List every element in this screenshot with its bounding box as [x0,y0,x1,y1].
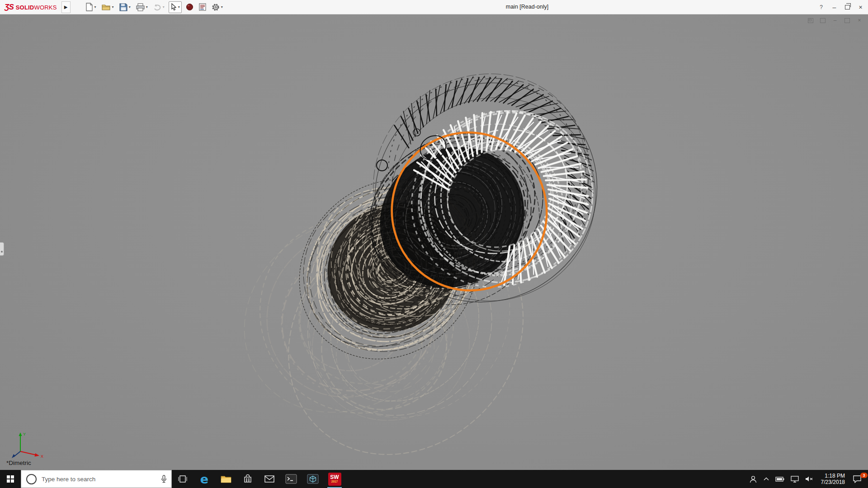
restore-icon [845,5,850,9]
solidworks-logo-mark: ƷS [5,3,14,12]
doc-split-button[interactable] [819,17,827,24]
help-button[interactable]: ? [815,0,828,14]
titlebar: ƷS SOLIDWORKS ▶ ▾ ▾ ▾ ▾ [0,0,868,14]
screen: ƷS SOLIDWORKS ▶ ▾ ▾ ▾ ▾ [0,0,868,488]
display-icon [791,476,799,483]
flyout-arrow-icon: ▶ [64,5,68,9]
action-center-button[interactable]: 3 [849,470,868,488]
people-button[interactable] [746,470,760,488]
new-document-caret-icon: ▾ [94,5,96,9]
select-caret-icon: ▾ [178,5,180,9]
undo-icon [153,4,161,11]
task-view-button[interactable] [172,470,193,488]
doc-minimize-button[interactable]: – [831,17,839,24]
triad-x-label: X [41,454,43,459]
display-pane-button[interactable] [198,1,208,13]
store-button[interactable] [237,470,259,488]
hidden-icons-button[interactable] [760,470,772,488]
document-window-controls: – × [807,17,863,24]
open-caret-icon: ▾ [112,5,114,9]
taskbar: e SW 2017 [0,470,868,488]
doc-pane-button[interactable] [807,17,815,24]
options-button[interactable]: ▾ [210,1,224,13]
search-input[interactable] [41,475,156,483]
battery-button[interactable] [772,470,788,488]
select-cursor-icon [170,3,177,11]
microphone-icon[interactable] [161,475,167,483]
command-prompt-button[interactable] [280,470,302,488]
new-document-button[interactable]: ▾ [84,1,98,13]
volume-button[interactable] [802,470,816,488]
undo-caret-icon: ▾ [163,5,165,9]
solidworks-2017-icon: SW 2017 [328,473,341,486]
view-orientation-label: *Dimetric [6,460,31,466]
settings-gear-icon [212,3,220,11]
print-icon [136,3,145,11]
restore-button[interactable] [841,0,854,14]
appearance-button[interactable] [184,1,195,13]
brand-text-solid: SOLID [16,4,34,11]
select-tool-button[interactable]: ▾ [169,1,182,13]
doc-restore-icon [844,18,850,23]
new-document-icon [85,3,93,11]
model-viewer-button[interactable] [302,470,324,488]
brand-text-works: WORKS [34,4,57,11]
mail-icon [264,475,274,483]
save-button[interactable]: ▾ [118,1,132,13]
store-icon [243,474,252,483]
menu-flyout-arrow[interactable]: ▶ [61,1,71,13]
options-caret-icon: ▾ [221,5,223,9]
orientation-triad: Y X [8,430,49,461]
window-controls: ? – × [815,0,867,14]
clock-time: 1:18 PM [825,473,845,479]
model-viewer-icon [307,474,319,484]
close-button[interactable]: × [854,0,867,14]
volume-muted-icon [805,476,813,482]
clock[interactable]: 1:18 PM 7/23/2018 [816,470,849,488]
quick-access-toolbar: ▾ ▾ ▾ ▾ ▾ ▾ [84,1,224,13]
appearance-sphere-icon [186,3,193,11]
minimize-button[interactable]: – [828,0,841,14]
solidworks-taskbar-button[interactable]: SW 2017 [324,470,345,488]
clock-date: 7/23/2018 [821,479,845,485]
people-icon [749,475,757,483]
command-prompt-icon [285,474,297,484]
start-button[interactable] [0,470,21,488]
graphics-viewport[interactable]: – × Y X *Dimetric [0,14,868,470]
open-folder-icon [102,3,111,11]
doc-close-button[interactable]: × [855,17,863,24]
display-button[interactable] [788,470,802,488]
edge-icon: e [200,473,208,485]
triad-y-label: Y [23,432,26,436]
task-view-icon [178,475,188,483]
solidworks-logo: ƷS SOLIDWORKS [0,3,61,12]
taskbar-search[interactable] [21,470,172,488]
edge-button[interactable]: e [193,470,215,488]
save-floppy-icon [119,3,127,11]
open-button[interactable]: ▾ [100,1,115,13]
doc-pane-icon [808,18,813,23]
feature-pane-collapse-tab[interactable] [0,242,4,256]
system-tray: 1:18 PM 7/23/2018 3 [746,470,868,488]
notification-badge: 3 [860,473,868,478]
window-title: main [Read-only] [506,0,549,14]
taskbar-app-icons: e SW 2017 [172,470,345,488]
save-caret-icon: ▾ [129,5,131,9]
doc-split-icon [820,18,826,23]
undo-button[interactable]: ▾ [152,1,166,13]
engine-wireframe-model [0,14,868,470]
file-explorer-button[interactable] [215,470,237,488]
doc-restore-button[interactable] [843,17,851,24]
battery-icon [775,477,784,482]
file-explorer-icon [221,475,231,483]
print-button[interactable]: ▾ [135,1,149,13]
mail-button[interactable] [259,470,280,488]
display-pane-icon [199,3,206,11]
print-caret-icon: ▾ [146,5,148,9]
chevron-up-icon [764,477,769,481]
windows-logo-icon [7,475,14,483]
cortana-icon [26,474,37,484]
